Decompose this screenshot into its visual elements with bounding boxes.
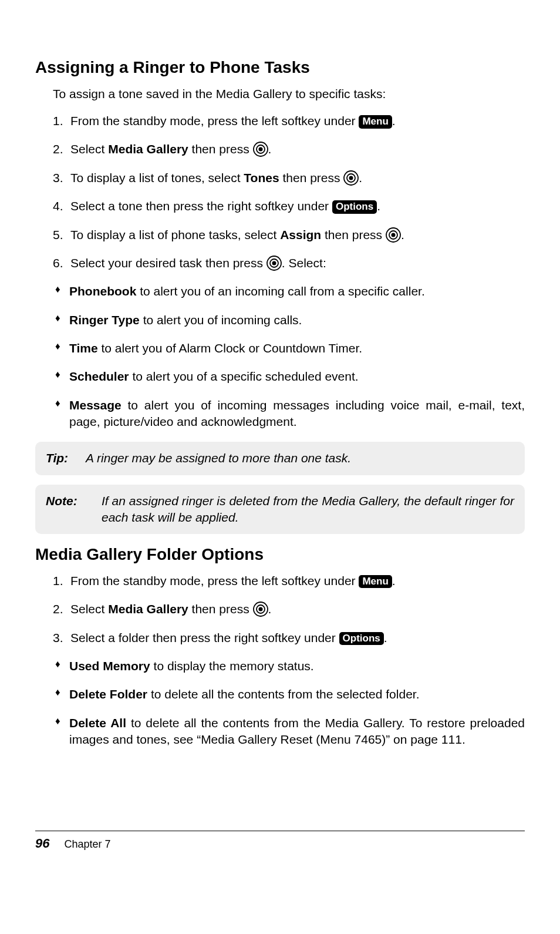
- bullet-text: to delete all the contents from the Medi…: [69, 716, 525, 746]
- step-bold: Media Gallery: [108, 142, 188, 156]
- step-bold: Tones: [244, 171, 279, 184]
- step-item: 6. Select your desired task then press .…: [53, 255, 525, 271]
- step-bold: Assign: [280, 228, 321, 241]
- page-number: 96: [35, 836, 49, 851]
- step-text: .: [268, 142, 272, 156]
- bullet-text: to alert you of a specific scheduled eve…: [129, 369, 359, 383]
- step-text: . Select:: [282, 256, 326, 270]
- menu-key-icon: Menu: [359, 115, 392, 128]
- step-text: Select: [70, 602, 108, 616]
- step-text: .: [377, 199, 380, 213]
- bullets-list-assign-ringer: Phonebook to alert you of an incoming ca…: [55, 283, 525, 430]
- step-text: then press: [188, 602, 253, 616]
- bullet-text: to alert you of an incoming call from a …: [136, 284, 424, 298]
- tip-label: Tip:: [46, 450, 74, 466]
- step-number: 4.: [53, 198, 63, 214]
- ok-button-icon: [253, 142, 268, 157]
- bullet-bold: Message: [69, 398, 122, 412]
- step-text: .: [392, 114, 396, 127]
- list-item: Message to alert you of incoming message…: [55, 397, 525, 431]
- step-item: 3. To display a list of tones, select To…: [53, 170, 525, 186]
- ok-button-icon: [266, 256, 282, 271]
- step-text: .: [268, 602, 272, 616]
- ok-button-icon: [343, 170, 359, 186]
- bullet-text: to display the memory status.: [150, 659, 314, 673]
- step-number: 1.: [53, 113, 63, 129]
- step-number: 5.: [53, 227, 63, 243]
- bullet-text: to alert you of incoming calls.: [140, 313, 302, 327]
- step-text: Select: [70, 142, 108, 156]
- bullet-text: to alert you of incoming messages includ…: [69, 398, 525, 428]
- step-item: 5. To display a list of phone tasks, sel…: [53, 227, 525, 243]
- list-item: Delete Folder to delete all the contents…: [55, 686, 525, 703]
- bullets-list-folder-options: Used Memory to display the memory status…: [55, 658, 525, 748]
- bullet-bold: Time: [69, 341, 98, 355]
- section-heading-folder-options: Media Gallery Folder Options: [35, 543, 525, 566]
- list-item: Time to alert you of Alarm Clock or Coun…: [55, 340, 525, 357]
- step-text: To display a list of tones, select: [70, 171, 244, 184]
- step-number: 3.: [53, 170, 63, 186]
- list-item: Ringer Type to alert you of incoming cal…: [55, 312, 525, 328]
- step-item: 1. From the standby mode, press the left…: [53, 573, 525, 589]
- note-text: If an assigned ringer is deleted from th…: [102, 493, 514, 526]
- ok-button-icon: [253, 602, 268, 617]
- chapter-label: Chapter 7: [65, 838, 111, 850]
- ok-button-icon: [386, 227, 401, 243]
- note-callout: Note: If an assigned ringer is deleted f…: [35, 485, 525, 535]
- menu-key-icon: Menu: [359, 575, 392, 588]
- step-item: 2. Select Media Gallery then press .: [53, 601, 525, 617]
- list-item: Used Memory to display the memory status…: [55, 658, 525, 674]
- list-item: Delete All to delete all the contents fr…: [55, 715, 525, 748]
- list-item: Scheduler to alert you of a specific sch…: [55, 368, 525, 385]
- step-number: 3.: [53, 630, 63, 646]
- step-text: Select a tone then press the right softk…: [70, 199, 332, 213]
- step-text: .: [392, 574, 396, 587]
- step-bold: Media Gallery: [108, 602, 188, 616]
- step-text: Select a folder then press the right sof…: [70, 631, 339, 644]
- section-heading-assign-ringer: Assigning a Ringer to Phone Tasks: [35, 56, 525, 79]
- bullet-bold: Phonebook: [69, 284, 136, 298]
- step-item: 3. Select a folder then press the right …: [53, 630, 525, 646]
- step-item: 4. Select a tone then press the right so…: [53, 198, 525, 214]
- step-text: then press: [279, 171, 344, 184]
- bullet-bold: Delete All: [69, 716, 126, 730]
- bullet-bold: Scheduler: [69, 369, 129, 383]
- note-label: Note:: [46, 493, 90, 526]
- bullet-bold: Ringer Type: [69, 313, 140, 327]
- step-text: Select your desired task then press: [70, 256, 266, 270]
- step-text: To display a list of phone tasks, select: [70, 228, 280, 241]
- step-item: 2. Select Media Gallery then press .: [53, 141, 525, 157]
- bullet-text: to delete all the contents from the sele…: [147, 687, 419, 701]
- section-intro: To assign a tone saved in the Media Gall…: [53, 86, 525, 102]
- options-key-icon: Options: [339, 632, 384, 645]
- tip-callout: Tip: A ringer may be assigned to more th…: [35, 442, 525, 475]
- step-text: .: [359, 171, 362, 184]
- steps-list-folder-options: 1. From the standby mode, press the left…: [53, 573, 525, 646]
- bullet-text: to alert you of Alarm Clock or Countdown…: [98, 341, 363, 355]
- steps-list-assign-ringer: 1. From the standby mode, press the left…: [53, 113, 525, 271]
- tip-text: A ringer may be assigned to more than on…: [86, 450, 514, 466]
- step-text: then press: [188, 142, 253, 156]
- step-text: .: [401, 228, 404, 241]
- step-number: 2.: [53, 601, 63, 617]
- step-number: 1.: [53, 573, 63, 589]
- options-key-icon: Options: [332, 200, 377, 213]
- step-text: From the standby mode, press the left so…: [70, 574, 359, 587]
- step-text: .: [384, 631, 387, 644]
- list-item: Phonebook to alert you of an incoming ca…: [55, 283, 525, 300]
- bullet-bold: Used Memory: [69, 659, 150, 673]
- step-number: 2.: [53, 141, 63, 157]
- page-footer: 96 Chapter 7: [35, 831, 525, 852]
- step-item: 1. From the standby mode, press the left…: [53, 113, 525, 129]
- step-text: then press: [321, 228, 386, 241]
- step-text: From the standby mode, press the left so…: [70, 114, 359, 127]
- bullet-bold: Delete Folder: [69, 687, 147, 701]
- step-number: 6.: [53, 255, 63, 271]
